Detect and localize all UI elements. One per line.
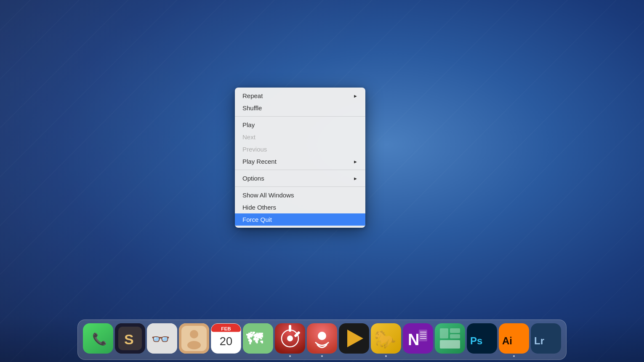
svg-rect-20 — [289, 325, 291, 332]
plex-icon — [339, 323, 369, 354]
menu-item-repeat[interactable]: Repeat ► — [235, 90, 365, 102]
menu-item-play[interactable]: Play — [235, 119, 365, 131]
dock: 📞 S — [0, 316, 644, 362]
menu-item-shuffle[interactable]: Shuffle — [235, 102, 365, 114]
menu-item-hide-others[interactable]: Hide Others — [235, 201, 365, 213]
dock-item-photoshop[interactable]: Ps — [467, 323, 497, 357]
menu-section-playback: Repeat ► Shuffle — [235, 88, 365, 116]
menu-item-options-label: Options — [242, 175, 264, 182]
dock-item-lightroom[interactable]: Lr — [531, 323, 561, 357]
svg-rect-36 — [440, 328, 448, 338]
menu-item-next[interactable]: Next — [235, 131, 365, 143]
menu-item-shuffle-label: Shuffle — [242, 104, 262, 112]
illustrator-dot — [513, 355, 515, 357]
svg-point-10 — [187, 341, 201, 349]
dock-items-container: 📞 S — [77, 319, 567, 360]
dock-item-facetime[interactable]: 📞 — [83, 323, 113, 357]
readkit-icon: 👓 — [147, 323, 177, 354]
svg-rect-35 — [435, 323, 465, 354]
menu-section-window: Show All Windows Hide Others Force Quit — [235, 186, 365, 228]
svg-text:Lr: Lr — [534, 335, 544, 346]
svg-point-23 — [318, 332, 326, 340]
menu-item-repeat-label: Repeat — [242, 92, 263, 99]
svg-text:Ai: Ai — [502, 335, 512, 346]
dock-item-numbers[interactable] — [435, 323, 465, 357]
svg-text:Ps: Ps — [470, 335, 482, 346]
contacts-icon — [179, 323, 209, 354]
lightroom-icon: Lr — [531, 323, 561, 354]
menu-item-previous[interactable]: Previous — [235, 143, 365, 155]
desktop: Repeat ► Shuffle Play Next Previous Play… — [0, 0, 644, 362]
itunes-icon — [275, 323, 305, 354]
svg-text:👓: 👓 — [151, 330, 170, 348]
svg-rect-37 — [450, 328, 460, 333]
illustrator-icon: Ai — [499, 323, 529, 354]
svg-text:🗺: 🗺 — [246, 330, 263, 348]
podcasts-icon — [307, 323, 337, 354]
dock-item-scribd[interactable]: S — [115, 323, 145, 357]
usher-icon: 🐎 — [371, 323, 401, 354]
dock-item-podcasts[interactable] — [307, 323, 337, 357]
menu-item-show-all-windows-label: Show All Windows — [242, 192, 294, 199]
dock-item-onenote[interactable]: N — [403, 323, 433, 357]
photoshop-icon: Ps — [467, 323, 497, 354]
facetime-icon: 📞 — [83, 323, 113, 354]
svg-text:N: N — [408, 331, 419, 349]
svg-point-19 — [287, 335, 293, 341]
menu-item-play-recent[interactable]: Play Recent ► — [235, 155, 365, 168]
onenote-icon: N — [403, 323, 433, 354]
svg-text:S: S — [124, 331, 134, 347]
menu-item-force-quit-label: Force Quit — [242, 216, 272, 223]
options-arrow-icon: ► — [353, 176, 358, 181]
play-recent-arrow-icon: ► — [353, 159, 358, 164]
menu-item-hide-others-label: Hide Others — [242, 204, 276, 211]
menu-section-controls: Play Next Previous Play Recent ► — [235, 116, 365, 170]
dock-item-itunes[interactable] — [275, 323, 305, 357]
svg-rect-39 — [440, 340, 460, 349]
usher-dot — [385, 355, 387, 357]
repeat-arrow-icon: ► — [353, 93, 358, 98]
menu-section-options: Options ► — [235, 170, 365, 186]
menu-item-show-all-windows[interactable]: Show All Windows — [235, 189, 365, 201]
menu-item-play-recent-label: Play Recent — [242, 158, 277, 165]
context-menu: Repeat ► Shuffle Play Next Previous Play… — [235, 88, 365, 228]
dock-item-calendar[interactable]: FEB 20 — [211, 323, 241, 357]
dock-item-maps[interactable]: 🗺 — [243, 323, 273, 357]
dock-item-illustrator[interactable]: Ai — [499, 323, 529, 357]
calendar-icon: FEB 20 — [211, 323, 241, 354]
numbers-icon — [435, 323, 465, 354]
itunes-dot — [289, 355, 291, 357]
menu-item-options[interactable]: Options ► — [235, 172, 365, 184]
podcasts-dot — [321, 355, 323, 357]
dock-item-readkit[interactable]: 👓 — [147, 323, 177, 357]
menu-item-play-label: Play — [242, 121, 255, 128]
svg-text:🐎: 🐎 — [374, 329, 397, 350]
dock-item-plex[interactable] — [339, 323, 369, 357]
menu-item-previous-label: Previous — [242, 146, 267, 153]
svg-rect-30 — [419, 330, 427, 341]
menu-item-force-quit[interactable]: Force Quit — [235, 213, 365, 226]
svg-rect-38 — [450, 334, 460, 338]
maps-icon: 🗺 — [243, 323, 273, 354]
svg-text:FEB: FEB — [221, 326, 231, 331]
svg-text:📞: 📞 — [92, 332, 107, 346]
svg-text:20: 20 — [220, 335, 232, 348]
menu-item-next-label: Next — [242, 133, 255, 141]
dock-item-usher[interactable]: 🐎 — [371, 323, 401, 357]
dock-item-contacts[interactable] — [179, 323, 209, 357]
scribd-icon: S — [115, 323, 145, 354]
svg-point-9 — [190, 330, 198, 338]
